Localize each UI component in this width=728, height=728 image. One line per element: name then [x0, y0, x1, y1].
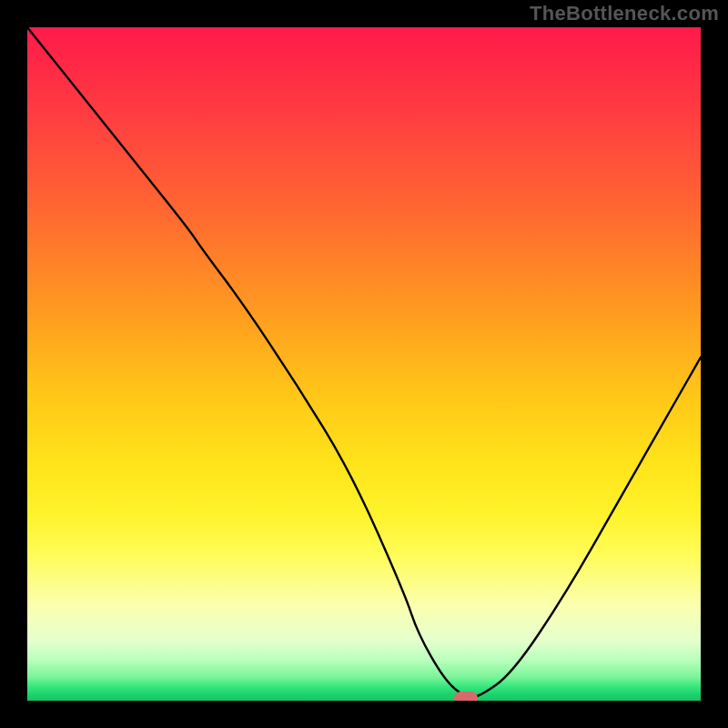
plot-area: [27, 27, 701, 701]
watermark-text: TheBottleneck.com: [530, 2, 719, 25]
optimal-point-marker: [454, 692, 478, 701]
bottleneck-curve: [27, 27, 701, 701]
chart-frame: TheBottleneck.com: [0, 0, 728, 728]
curve-path: [27, 27, 701, 697]
